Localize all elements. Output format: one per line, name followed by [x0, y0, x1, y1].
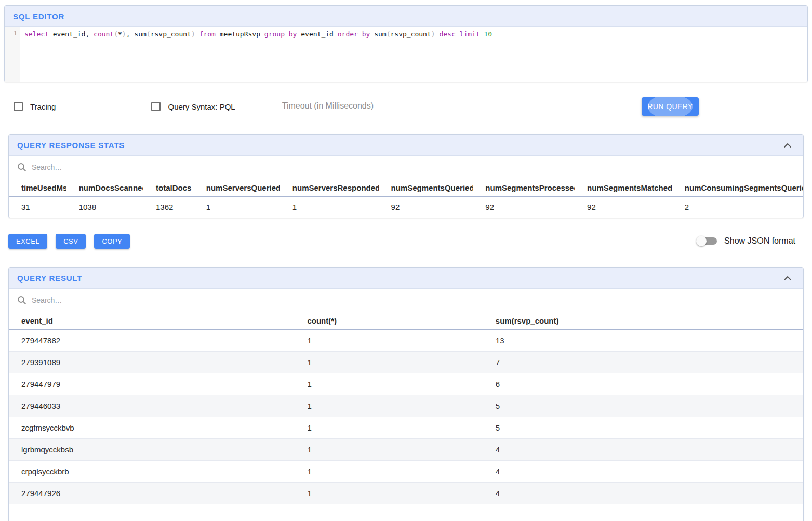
table-cell — [295, 504, 483, 521]
column-header[interactable]: event_id — [9, 312, 295, 330]
query-result-panel: QUERY RESULT event_idcount(*)sum(rsvp_co… — [8, 267, 804, 521]
table-row — [9, 504, 803, 521]
result-panel-header: QUERY RESULT — [9, 268, 803, 289]
table-cell: 1 — [295, 439, 483, 461]
table-cell — [9, 504, 295, 521]
sql-editor-title: SQL EDITOR — [13, 12, 64, 21]
table-row: zcgfmsycckbvb15 — [9, 417, 803, 439]
stats-table: timeUsedMsnumDocsScannedtotalDocsnumServ… — [9, 179, 803, 218]
result-panel-title: QUERY RESULT — [17, 274, 82, 283]
table-cell: 1 — [194, 197, 280, 218]
table-cell: 1038 — [66, 197, 143, 218]
table-cell: 4 — [483, 439, 803, 461]
query-controls-row: Tracing Query Syntax: PQL RUN QUERY — [8, 97, 804, 116]
table-cell: 1 — [295, 330, 483, 352]
table-cell: 92 — [379, 197, 473, 218]
chevron-up-icon — [783, 276, 792, 280]
result-table: event_idcount(*)sum(rsvp_count)279447882… — [9, 312, 803, 521]
table-cell: 31 — [9, 197, 66, 218]
copy-button[interactable]: COPY — [94, 234, 130, 249]
column-header[interactable]: numSegmentsProcessed — [473, 179, 575, 197]
timeout-input[interactable] — [281, 98, 484, 115]
json-format-toggle-group: Show JSON format — [699, 236, 795, 246]
export-row: EXCEL CSV COPY Show JSON format — [8, 233, 804, 249]
table-cell: 279446033 — [9, 395, 295, 417]
csv-button[interactable]: CSV — [56, 234, 86, 249]
show-json-toggle[interactable] — [699, 237, 717, 245]
search-icon — [17, 296, 26, 305]
result-collapse-button[interactable] — [781, 274, 794, 283]
table-cell: 1 — [295, 417, 483, 439]
table-row: 3110381362119292922 — [9, 197, 803, 218]
table-cell: 2 — [672, 197, 803, 218]
stats-search-row — [9, 156, 803, 179]
table-row: lgrbmqycckbsb14 — [9, 439, 803, 461]
column-header[interactable]: numSegmentsMatched — [575, 179, 672, 197]
table-cell: 279391089 — [9, 352, 295, 373]
stats-collapse-button[interactable] — [781, 141, 794, 150]
stats-search-input[interactable] — [32, 163, 795, 171]
table-cell: 1 — [295, 352, 483, 373]
table-row: 27944797916 — [9, 373, 803, 395]
column-header[interactable]: numConsumingSegmentsQueried — [672, 179, 803, 197]
column-header[interactable]: numDocsScanned — [66, 179, 143, 197]
table-cell: 7 — [483, 352, 803, 373]
table-cell: 92 — [575, 197, 672, 218]
table-cell: 1 — [295, 395, 483, 417]
table-cell: 1 — [280, 197, 379, 218]
table-row: 27944603315 — [9, 395, 803, 417]
column-header[interactable]: totalDocs — [143, 179, 194, 197]
table-cell: zcgfmsycckbvb — [9, 417, 295, 439]
result-search-row — [9, 289, 803, 312]
code-area[interactable]: select event_id, count(*), sum(rsvp_coun… — [20, 27, 807, 82]
pql-checkbox[interactable] — [151, 102, 161, 111]
show-json-label: Show JSON format — [724, 236, 795, 246]
tracing-control: Tracing — [14, 102, 56, 111]
table-cell: 279447979 — [9, 373, 295, 395]
column-header[interactable]: numServersQueried — [194, 179, 280, 197]
sql-editor-header: SQL EDITOR — [5, 6, 807, 27]
table-cell: 1 — [295, 373, 483, 395]
table-cell: 1362 — [143, 197, 194, 218]
table-cell: 4 — [483, 483, 803, 504]
sql-code-line[interactable]: select event_id, count(*), sum(rsvp_coun… — [24, 29, 807, 39]
table-cell: 1 — [295, 483, 483, 504]
toggle-knob[interactable] — [696, 236, 707, 246]
sql-editor-panel: SQL EDITOR 1 select event_id, count(*), … — [4, 5, 808, 82]
table-cell: 6 — [483, 373, 803, 395]
table-row: 279447882113 — [9, 330, 803, 352]
table-row: 27944792614 — [9, 483, 803, 504]
table-cell: 279447926 — [9, 483, 295, 504]
column-header[interactable]: count(*) — [295, 312, 483, 330]
tracing-checkbox[interactable] — [14, 102, 23, 111]
pql-label: Query Syntax: PQL — [168, 102, 235, 111]
sql-code-editor[interactable]: 1 select event_id, count(*), sum(rsvp_co… — [5, 27, 807, 82]
query-console-page: SQL EDITOR 1 select event_id, count(*), … — [0, 0, 812, 521]
table-cell: 279447882 — [9, 330, 295, 352]
table-cell: 5 — [483, 417, 803, 439]
table-row: 27939108917 — [9, 352, 803, 373]
table-cell: lgrbmqycckbsb — [9, 439, 295, 461]
stats-panel-header: QUERY RESPONSE STATS — [9, 135, 803, 156]
column-header[interactable]: numSegmentsQueried — [379, 179, 473, 197]
excel-button[interactable]: EXCEL — [8, 234, 47, 249]
query-response-stats-panel: QUERY RESPONSE STATS timeUsedMsnumDocsSc… — [8, 134, 804, 218]
column-header[interactable]: timeUsedMs — [9, 179, 66, 197]
table-cell: 13 — [483, 330, 803, 352]
column-header[interactable]: sum(rsvp_count) — [483, 312, 803, 330]
line-number: 1 — [14, 30, 17, 37]
table-cell: 1 — [295, 461, 483, 483]
line-number-gutter: 1 — [5, 27, 20, 82]
result-search-input[interactable] — [32, 296, 795, 304]
tracing-label: Tracing — [30, 102, 56, 111]
table-cell: crpqlsycckbrb — [9, 461, 295, 483]
table-row: crpqlsycckbrb14 — [9, 461, 803, 483]
table-cell: 5 — [483, 395, 803, 417]
chevron-up-icon — [783, 143, 792, 148]
pql-control: Query Syntax: PQL — [151, 102, 235, 111]
table-cell — [483, 504, 803, 521]
table-cell: 92 — [473, 197, 575, 218]
run-query-button[interactable]: RUN QUERY — [642, 97, 699, 116]
table-cell: 4 — [483, 461, 803, 483]
column-header[interactable]: numServersResponded — [280, 179, 379, 197]
